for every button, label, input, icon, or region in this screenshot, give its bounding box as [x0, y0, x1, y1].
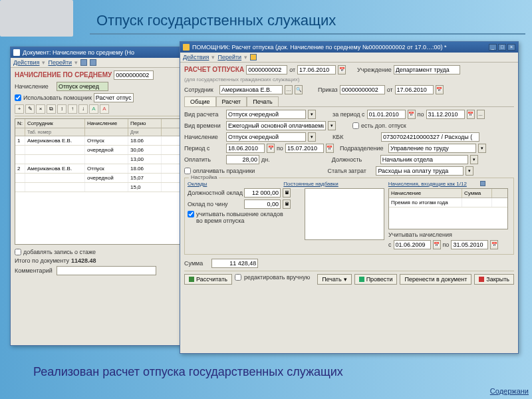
transfer-button[interactable]: Перенести в документ: [400, 274, 471, 285]
tb-add[interactable]: +: [15, 104, 24, 114]
lens-icon[interactable]: 🔍: [295, 85, 303, 94]
minimize-button[interactable]: _: [489, 44, 497, 51]
calendar-icon[interactable]: 📅: [267, 144, 275, 153]
table-row[interactable]: Премия по итогам года: [389, 198, 507, 207]
table-row[interactable]: 1 Американова Е.В. Отпуск 18.06: [15, 136, 184, 146]
window-accrual-doc: Документ: Начисление по среднему (Но Дей…: [10, 47, 190, 346]
tabs: Общие Расчет Печать: [184, 96, 514, 107]
menu-actions[interactable]: Действия: [183, 54, 209, 61]
period-to-input[interactable]: [426, 110, 465, 119]
sum-input[interactable]: [211, 259, 258, 268]
helper-input[interactable]: [94, 93, 134, 102]
close-icon: [479, 277, 484, 282]
col-allowance[interactable]: Постоянные надбавки: [283, 181, 338, 187]
tb-b[interactable]: A: [100, 104, 109, 114]
org-input[interactable]: [394, 65, 460, 74]
titlebar[interactable]: Документ: Начисление по среднему (Но: [11, 47, 189, 58]
expense-input[interactable]: [376, 166, 464, 176]
accrual-input[interactable]: [57, 82, 108, 91]
titlebar[interactable]: ПОМОЩНИК: Расчет отпуска (док. Начислени…: [180, 42, 518, 53]
date-input[interactable]: [297, 65, 336, 74]
tb-sort[interactable]: ↕: [57, 104, 66, 114]
close-button[interactable]: ×: [507, 44, 515, 51]
calc-icon[interactable]: 🖩: [283, 188, 291, 198]
base-salary-input[interactable]: [244, 188, 281, 198]
holidays-checkbox[interactable]: [184, 168, 191, 174]
doc-icon: [13, 49, 20, 56]
label-total: Итого по документу: [15, 257, 69, 264]
select-icon[interactable]: …: [285, 85, 293, 94]
col-salary[interactable]: Оклады: [188, 181, 207, 187]
tab-calc[interactable]: Расчет: [216, 96, 247, 106]
tool-icon[interactable]: [90, 59, 96, 66]
calendar-icon[interactable]: 📅: [436, 85, 444, 94]
position-input[interactable]: [380, 155, 468, 164]
tab-general[interactable]: Общие: [184, 96, 216, 106]
pay-days-input[interactable]: [226, 155, 259, 164]
raise-checkbox[interactable]: [188, 211, 194, 217]
expand-icon[interactable]: [480, 181, 485, 186]
help-icon[interactable]: [250, 54, 257, 61]
dropdown-icon[interactable]: ▾: [328, 121, 336, 130]
calendar-icon[interactable]: 📅: [433, 240, 441, 249]
period2-to-input[interactable]: [285, 144, 324, 153]
tb-more2[interactable]: ↓: [78, 104, 88, 114]
toc-link[interactable]: Содержани: [490, 387, 529, 395]
dropdown-icon[interactable]: ▾: [466, 166, 473, 176]
order-date-input[interactable]: [395, 85, 434, 94]
tb-a[interactable]: A: [89, 104, 98, 114]
time-type-input[interactable]: [226, 121, 326, 130]
dept-input[interactable]: [388, 144, 476, 153]
print-button[interactable]: Печать▾: [317, 274, 351, 285]
dropdown-icon[interactable]: ▾: [478, 144, 486, 153]
stage-checkbox[interactable]: [15, 249, 21, 255]
help-icon[interactable]: [80, 59, 87, 66]
kbk-input[interactable]: [381, 132, 479, 142]
menu-go[interactable]: Перейти: [48, 59, 72, 66]
period2-from-input[interactable]: [226, 144, 265, 153]
col-accruals[interactable]: Начисления, входящие как 1/12: [388, 181, 467, 187]
calendar-icon[interactable]: 📅: [408, 110, 416, 119]
tb-copy[interactable]: ⧉: [47, 104, 56, 114]
table-row[interactable]: 2 Американова Е.В. Отпуск 18.06: [15, 164, 184, 174]
allowance-grid[interactable]: [305, 188, 384, 240]
label-accrual: Начисление: [15, 83, 55, 90]
employee-input[interactable]: [219, 85, 283, 94]
window-title: ПОМОЩНИК: Расчет отпуска (док. Начислени…: [192, 44, 486, 51]
tab-print[interactable]: Печать: [247, 96, 278, 106]
doc-no-input[interactable]: [246, 65, 287, 74]
use-helper-checkbox[interactable]: [15, 94, 21, 101]
calendar-icon[interactable]: 📅: [490, 240, 498, 249]
menu-go[interactable]: Перейти: [217, 54, 241, 61]
more-icon[interactable]: …: [477, 110, 485, 119]
dropdown-icon[interactable]: ▾: [308, 110, 316, 119]
accrual-grid[interactable]: N: Сотрудник Начисление Перио Таб. номер…: [15, 118, 185, 245]
order-input[interactable]: [340, 85, 385, 94]
calc-icon[interactable]: 🖩: [283, 200, 291, 209]
tb-del[interactable]: ×: [36, 104, 45, 114]
calendar-icon[interactable]: 📅: [467, 110, 475, 119]
doc-number-input[interactable]: [114, 70, 154, 80]
tb-edit[interactable]: ✎: [25, 104, 35, 114]
calendar-icon[interactable]: 📅: [338, 65, 346, 74]
run-button[interactable]: Провести: [354, 274, 398, 285]
period-from-input[interactable]: [367, 110, 406, 119]
tb-more1[interactable]: ↑: [68, 104, 77, 114]
comment-input[interactable]: [57, 266, 156, 275]
rank-salary-input[interactable]: [244, 200, 281, 209]
menu-actions[interactable]: Действия: [13, 59, 39, 66]
maximize-button[interactable]: □: [498, 44, 506, 51]
total-value: 11428.48: [71, 257, 96, 264]
accruals-grid[interactable]: Начисление Сумма Премия по итогам года: [388, 188, 508, 229]
manual-checkbox[interactable]: [235, 274, 241, 281]
consider-from-input[interactable]: [394, 240, 431, 249]
consider-to-input[interactable]: [451, 240, 488, 249]
extra-checkbox[interactable]: [352, 122, 359, 129]
close-button[interactable]: Закрыть: [474, 274, 514, 285]
dropdown-icon[interactable]: ▾: [308, 132, 316, 142]
calc-type-input[interactable]: [226, 110, 306, 119]
dropdown-icon[interactable]: ▾: [470, 155, 478, 164]
accrual2-input[interactable]: [226, 132, 306, 142]
calculate-button[interactable]: Рассчитать: [184, 274, 232, 285]
calendar-icon[interactable]: 📅: [326, 144, 334, 153]
